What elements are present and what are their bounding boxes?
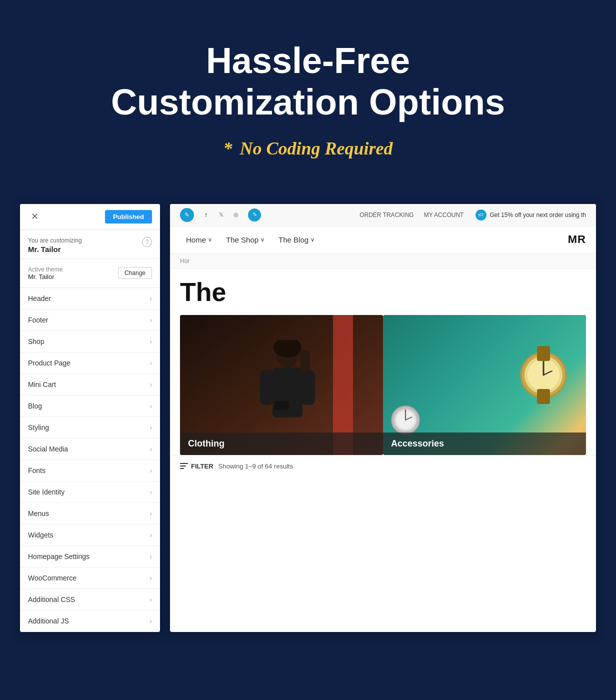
svg-rect-4 xyxy=(301,370,315,405)
promo-icon: 🏷 xyxy=(476,210,486,220)
chevron-right-icon: › xyxy=(150,510,152,518)
product-grid: Clothing xyxy=(170,310,596,455)
filter-line-1 xyxy=(180,463,188,464)
chevron-right-icon: › xyxy=(150,380,152,388)
wp-edit-icon[interactable]: ✎ xyxy=(180,208,194,222)
social-icons: f 𝕏 ◎ xyxy=(201,210,241,220)
menu-item-additional-css[interactable]: Additional CSS › xyxy=(20,589,160,610)
nav-shop[interactable]: The Shop ∨ xyxy=(220,232,270,247)
menu-item-blog[interactable]: Blog › xyxy=(20,396,160,417)
chevron-right-icon: › xyxy=(150,316,152,324)
pencil-edit-icon[interactable]: ✎ xyxy=(248,208,261,222)
menu-item-widgets[interactable]: Widgets › xyxy=(20,524,160,546)
chevron-right-icon: › xyxy=(150,466,152,474)
chevron-right-icon: › xyxy=(150,488,152,496)
active-theme-row: Active theme Mr. Tailor Change xyxy=(20,259,160,288)
menu-item-woocommerce[interactable]: WooCommerce › xyxy=(20,568,160,589)
chevron-right-icon: › xyxy=(150,424,152,432)
preview-area: ✎ f 𝕏 ◎ ✎ ORDER TRACKING MY ACCOUNT 🏷 Ge… xyxy=(170,204,596,632)
hero-section: Hassle-Free Customization Options * No C… xyxy=(0,0,616,189)
filter-line-3 xyxy=(180,468,184,469)
shop-page-title: The xyxy=(170,269,596,310)
help-icon[interactable]: ? xyxy=(142,237,152,247)
chevron-right-icon: › xyxy=(150,574,152,582)
svg-rect-5 xyxy=(300,350,310,372)
customizer-theme-display: Mr. Tailor xyxy=(28,245,82,254)
customizer-panel: ✕ Published You are customizing Mr. Tail… xyxy=(20,204,160,632)
filter-line-2 xyxy=(180,466,186,466)
filter-button[interactable]: FILTER xyxy=(180,462,214,470)
asterisk: * xyxy=(223,138,232,158)
menu-item-additional-js[interactable]: Additional JS › xyxy=(20,610,160,632)
menu-item-shop[interactable]: Shop › xyxy=(20,331,160,352)
menu-item-mini-cart[interactable]: Mini Cart › xyxy=(20,374,160,396)
you-are-customizing-label: You are customizing xyxy=(28,237,82,244)
chevron-right-icon: › xyxy=(150,617,152,625)
menu-item-homepage-settings[interactable]: Homepage Settings › xyxy=(20,546,160,568)
menu-item-styling[interactable]: Styling › xyxy=(20,417,160,438)
chevron-right-icon: › xyxy=(150,359,152,367)
nav-home[interactable]: Home ∨ xyxy=(180,232,218,247)
chevron-right-icon: › xyxy=(150,402,152,410)
my-account-link[interactable]: MY ACCOUNT xyxy=(424,212,464,218)
site-navigation: Home ∨ The Shop ∨ The Blog ∨ MR xyxy=(170,226,596,254)
top-bar-links: ORDER TRACKING MY ACCOUNT xyxy=(360,212,464,218)
customizer-info: You are customizing Mr. Tailor ? xyxy=(20,230,160,259)
site-logo: MR xyxy=(568,233,586,246)
dropdown-icon: ∨ xyxy=(310,236,314,243)
instagram-icon[interactable]: ◎ xyxy=(231,210,241,220)
change-theme-button[interactable]: Change xyxy=(118,267,152,279)
menu-item-menus[interactable]: Menus › xyxy=(20,503,160,524)
menu-item-header[interactable]: Header › xyxy=(20,288,160,310)
active-theme-label: Active theme xyxy=(28,266,62,273)
clothing-label: Clothing xyxy=(180,432,383,455)
accessories-label: Accessories xyxy=(383,432,586,455)
nav-links: Home ∨ The Shop ∨ The Blog ∨ xyxy=(180,232,320,247)
svg-rect-12 xyxy=(537,389,550,404)
published-button[interactable]: Published xyxy=(105,210,152,224)
customizer-header: ✕ Published xyxy=(20,204,160,230)
twitter-icon[interactable]: 𝕏 xyxy=(216,210,226,220)
menu-item-product-page[interactable]: Product Page › xyxy=(20,352,160,374)
watch-decoration xyxy=(516,335,571,415)
chevron-right-icon: › xyxy=(150,552,152,560)
breadcrumb: Hor xyxy=(170,254,596,269)
svg-rect-3 xyxy=(260,370,274,405)
menu-item-social-media[interactable]: Social Media › xyxy=(20,438,160,460)
chevron-right-icon: › xyxy=(150,445,152,453)
chevron-right-icon: › xyxy=(150,294,152,302)
dropdown-icon: ∨ xyxy=(260,236,264,243)
filter-results: Showing 1–9 of 64 results xyxy=(218,462,294,470)
filter-bar: FILTER Showing 1–9 of 64 results xyxy=(170,455,596,477)
site-content: Hor The xyxy=(170,254,596,477)
chevron-right-icon: › xyxy=(150,596,152,604)
hero-subtitle: * No Coding Required xyxy=(20,138,596,159)
menu-item-footer[interactable]: Footer › xyxy=(20,310,160,331)
nav-blog[interactable]: The Blog ∨ xyxy=(272,232,320,247)
hero-title: Hassle-Free Customization Options xyxy=(20,40,596,123)
menu-item-fonts[interactable]: Fonts › xyxy=(20,460,160,482)
facebook-icon[interactable]: f xyxy=(201,210,211,220)
chevron-right-icon: › xyxy=(150,338,152,346)
filter-label: FILTER xyxy=(191,462,214,470)
close-button[interactable]: ✕ xyxy=(28,210,42,223)
order-tracking-link[interactable]: ORDER TRACKING xyxy=(360,212,414,218)
svg-rect-11 xyxy=(537,346,550,361)
menu-item-site-identity[interactable]: Site Identity › xyxy=(20,482,160,503)
active-theme-name: Mr. Tailor xyxy=(28,273,62,280)
dropdown-icon: ∨ xyxy=(208,236,212,243)
promo-text: Get 15% off your next order using th xyxy=(490,212,586,218)
filter-lines-icon xyxy=(180,463,188,469)
product-card-accessories[interactable]: Accessories xyxy=(383,315,586,455)
customizer-menu: Header › Footer › Shop › Product Page › … xyxy=(20,288,160,632)
main-content: ✕ Published You are customizing Mr. Tail… xyxy=(0,189,616,662)
site-top-bar: ✎ f 𝕏 ◎ ✎ ORDER TRACKING MY ACCOUNT 🏷 Ge… xyxy=(170,204,596,226)
product-card-clothing[interactable]: Clothing xyxy=(180,315,383,455)
svg-rect-2 xyxy=(272,368,302,418)
chevron-right-icon: › xyxy=(150,531,152,539)
